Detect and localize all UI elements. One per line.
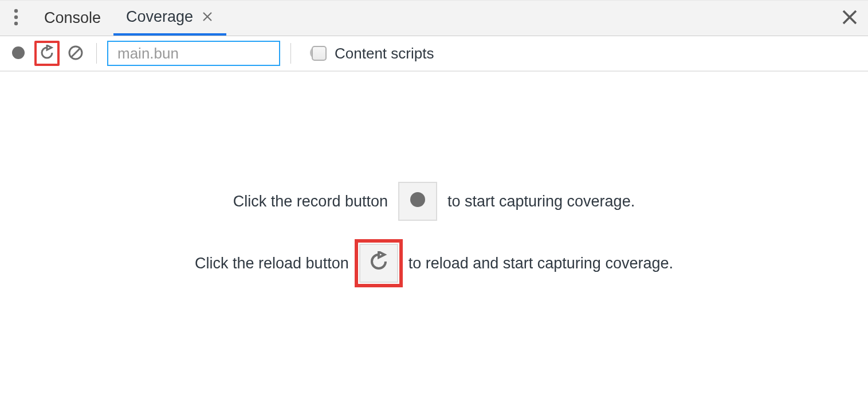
hint-record-button[interactable] bbox=[398, 182, 437, 221]
tab-label: Console bbox=[44, 9, 101, 27]
close-tab-button[interactable] bbox=[201, 11, 214, 24]
coverage-toolbar: Content scripts bbox=[0, 36, 868, 72]
toolbar-separator bbox=[96, 43, 97, 64]
hint-reload-button[interactable] bbox=[359, 244, 398, 283]
url-filter-input[interactable] bbox=[117, 45, 304, 63]
close-drawer-button[interactable] bbox=[842, 1, 858, 36]
content-scripts-checkbox[interactable]: Content scripts bbox=[312, 45, 434, 63]
svg-point-2 bbox=[14, 22, 17, 25]
clear-icon bbox=[68, 45, 84, 63]
svg-point-7 bbox=[12, 46, 25, 59]
more-vertical-icon bbox=[14, 9, 18, 28]
reload-button[interactable] bbox=[34, 41, 60, 66]
clear-button[interactable] bbox=[65, 43, 86, 64]
drawer-tab-bar: Console Coverage bbox=[0, 0, 868, 36]
hint-text: Click the record button bbox=[233, 193, 388, 210]
reload-icon bbox=[368, 251, 389, 276]
tab-console[interactable]: Console bbox=[32, 1, 113, 36]
hint-record-row: Click the record button to start capturi… bbox=[233, 182, 635, 221]
svg-point-1 bbox=[14, 15, 17, 19]
close-icon bbox=[202, 8, 213, 26]
record-icon bbox=[11, 45, 26, 62]
checkbox-icon bbox=[312, 46, 327, 61]
record-icon bbox=[409, 190, 427, 213]
url-filter-field[interactable] bbox=[107, 41, 280, 66]
tab-label: Coverage bbox=[126, 8, 193, 26]
coverage-empty-state: Click the record button to start capturi… bbox=[0, 72, 868, 393]
more-tabs-button[interactable] bbox=[0, 1, 32, 36]
tab-coverage[interactable]: Coverage bbox=[113, 1, 226, 36]
hint-text: to start capturing coverage. bbox=[447, 193, 635, 210]
record-button[interactable] bbox=[8, 43, 29, 64]
svg-point-11 bbox=[410, 192, 425, 207]
hint-reload-row: Click the reload button to reload and st… bbox=[195, 244, 673, 283]
hint-text: to reload and start capturing coverage. bbox=[409, 255, 673, 272]
svg-line-9 bbox=[71, 48, 80, 57]
hint-text: Click the reload button bbox=[195, 255, 349, 272]
close-icon bbox=[842, 9, 858, 27]
reload-icon bbox=[39, 45, 55, 63]
checkbox-label: Content scripts bbox=[335, 45, 434, 63]
toolbar-separator bbox=[290, 43, 291, 64]
svg-point-0 bbox=[14, 9, 17, 13]
